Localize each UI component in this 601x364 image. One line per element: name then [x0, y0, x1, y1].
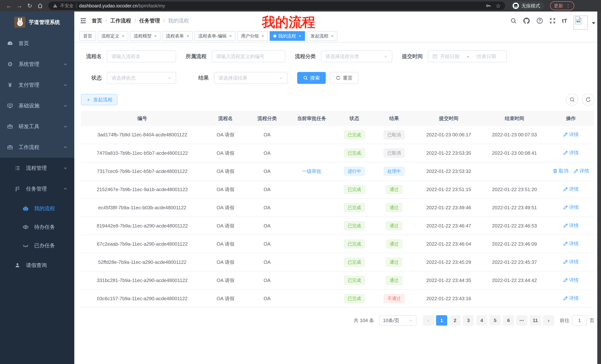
detail-action[interactable]: 详情: [563, 186, 579, 192]
tab-my-process[interactable]: 我的流程×: [270, 31, 305, 41]
toggle-search-button[interactable]: [566, 94, 578, 106]
process-definition-input[interactable]: 请输入流程定义的编号: [212, 50, 285, 62]
sidebar-item-leave-query[interactable]: 请假查询: [0, 255, 74, 276]
process-name-input[interactable]: 请输入流程名: [107, 50, 176, 62]
page-button-6[interactable]: 6: [503, 315, 514, 326]
close-tab-icon[interactable]: ×: [122, 33, 124, 38]
detail-action[interactable]: 详情: [563, 150, 579, 156]
close-tab-icon[interactable]: ×: [154, 33, 157, 38]
tab-process-model[interactable]: 流程模型×: [130, 31, 160, 41]
forward-icon[interactable]: →: [15, 1, 24, 10]
sidebar-item-infrastructure[interactable]: 基础设施: [0, 95, 74, 116]
sidebar-item-payment[interactable]: ¥ 支付管理: [0, 75, 74, 95]
close-tab-icon[interactable]: ×: [229, 33, 232, 38]
sidebar-item-task-management[interactable]: 任务管理: [0, 179, 74, 199]
sidebar-item-todo-tasks[interactable]: 待办任务: [0, 218, 74, 236]
goto-page-input[interactable]: 1: [572, 315, 587, 326]
search-button[interactable]: 搜索: [297, 72, 326, 84]
detail-action[interactable]: 详情: [563, 277, 579, 283]
update-label[interactable]: 更新: [554, 3, 563, 9]
table-row[interactable]: 7470a810-7b9b-11ec-b5b7-acde48001122 OA …: [81, 144, 594, 162]
process-category-select[interactable]: 请选择流程分类: [321, 50, 392, 62]
breadcrumb-home[interactable]: 首页: [92, 17, 102, 24]
app-logo[interactable]: 芋道管理系统: [0, 11, 74, 33]
page-button-4[interactable]: 4: [476, 315, 487, 326]
table-row[interactable]: ec45f38f-7b9a-11ec-b03b-acde48001122 OA …: [81, 199, 594, 217]
url-text[interactable]: dashboard.yudao.iocoder.cn/bpm/task/my: [79, 3, 165, 9]
tab-process-definition[interactable]: 流程定义×: [98, 31, 128, 41]
bookmark-star-icon[interactable]: ☆: [496, 3, 501, 9]
table-row[interactable]: 7317cec6-7b9b-11ec-b5b7-acde48001122 OA …: [81, 162, 594, 180]
security-label[interactable]: 不安全: [60, 3, 74, 9]
close-tab-icon[interactable]: ×: [261, 33, 264, 38]
table-row[interactable]: 52ffd28e-7b9a-11ec-a290-acde48001122 OA …: [81, 253, 594, 271]
browser-menu-icon[interactable]: ⋮: [566, 3, 571, 9]
current-task-link[interactable]: 一级审批: [302, 168, 321, 174]
home-icon[interactable]: [36, 1, 45, 10]
table-row[interactable]: 3ad174fb-7b9d-11ec-8404-acde48001122 OA …: [81, 126, 594, 144]
page-button-5[interactable]: 5: [490, 315, 501, 326]
page-ellipsis[interactable]: •••: [516, 315, 527, 326]
avatar-dropdown-icon[interactable]: [592, 22, 595, 26]
address-bar[interactable]: 不安全 dashboard.yudao.iocoder.cn/bpm/task/…: [48, 1, 505, 10]
browser-update-button[interactable]: 更新 ⋮: [550, 1, 574, 10]
result-select[interactable]: 请选择流结果: [214, 72, 288, 84]
page-button-3[interactable]: 3: [463, 315, 474, 326]
page-button-11[interactable]: 11: [530, 315, 541, 326]
refresh-table-button[interactable]: [582, 94, 594, 106]
next-page-button[interactable]: ›: [543, 315, 554, 326]
page-button-2[interactable]: 2: [450, 315, 461, 326]
security-warning-icon[interactable]: [53, 3, 58, 8]
sidebar-item-system[interactable]: ⚙ 系统管理: [0, 54, 74, 75]
start-process-button[interactable]: ＋ 发起流程: [81, 94, 117, 105]
sidebar-item-home[interactable]: 首页: [0, 33, 74, 54]
breadcrumb-workflow[interactable]: 工作流程: [110, 17, 131, 24]
sidebar-item-my-process[interactable]: 我的流程: [0, 199, 74, 218]
detail-action[interactable]: 详情: [563, 131, 579, 138]
sidebar-item-process-management[interactable]: 流程管理: [0, 158, 74, 179]
fullscreen-icon[interactable]: [549, 18, 556, 24]
prev-page-button[interactable]: ‹: [423, 315, 434, 326]
reset-button[interactable]: 重置: [330, 72, 359, 84]
table-row[interactable]: 2152467e-7b9b-11ec-9a1b-acde48001122 OA …: [81, 180, 594, 199]
close-tab-icon[interactable]: ×: [331, 33, 334, 38]
detail-action[interactable]: 详情: [563, 259, 579, 265]
table-row[interactable]: 67c2eaab-7b9a-11ec-a290-acde48001122 OA …: [81, 235, 594, 253]
sidebar-item-dev-tools[interactable]: 研发工具: [0, 116, 74, 137]
close-tab-icon[interactable]: ×: [186, 33, 189, 38]
tab-home[interactable]: 首页: [80, 31, 96, 41]
search-icon[interactable]: [510, 18, 517, 24]
cancel-action[interactable]: 取消: [553, 168, 568, 174]
tab-process-form[interactable]: 流程表单×: [162, 31, 193, 41]
detail-action[interactable]: 详情: [573, 168, 589, 174]
table-row[interactable]: 819442e8-7b9a-11ec-a290-acde48001122 OA …: [81, 217, 594, 235]
table-row[interactable]: 03c6c157-7b9a-11ec-a290-acde48001122 OA …: [81, 289, 594, 308]
breadcrumb-task-management[interactable]: 任务管理: [139, 17, 160, 24]
detail-action[interactable]: 详情: [563, 240, 579, 247]
detail-action[interactable]: 详情: [563, 295, 579, 301]
detail-action[interactable]: 详情: [563, 204, 579, 211]
detail-action[interactable]: 详情: [563, 222, 579, 229]
submit-time-range-picker[interactable]: 开始日期 - 结束日期: [428, 50, 507, 62]
avatar[interactable]: [573, 16, 588, 30]
tab-user-group[interactable]: 用户分组×: [237, 31, 268, 41]
help-icon[interactable]: [536, 18, 543, 24]
close-tab-icon[interactable]: ×: [299, 33, 301, 38]
tab-start-process[interactable]: 发起流程×: [307, 31, 337, 41]
sidebar-item-workflow[interactable]: 工作流程: [0, 137, 74, 158]
table-row[interactable]: 331bc281-7b9a-11ec-a290-acde48001122 OA …: [81, 271, 594, 289]
page-size-select[interactable]: 10条/页: [379, 315, 416, 326]
status-select[interactable]: 请选择状态: [107, 72, 176, 84]
page-button-1[interactable]: 1: [436, 315, 447, 326]
sidebar-item-done-tasks[interactable]: 已办任务: [0, 236, 74, 255]
browser-scrollbar[interactable]: [597, 11, 601, 364]
font-size-icon[interactable]: tT: [562, 18, 567, 24]
process-id: 52ffd28e-7b9a-11ec-a290-acde48001122: [81, 253, 204, 271]
key-icon[interactable]: [486, 3, 491, 9]
tab-process-form-edit[interactable]: 流程表单-编辑×: [195, 31, 235, 41]
back-icon[interactable]: ←: [4, 1, 13, 10]
sidebar-fold-icon[interactable]: [80, 18, 87, 24]
github-icon[interactable]: [523, 17, 530, 24]
end-time: [481, 289, 548, 308]
reload-icon[interactable]: ↻: [25, 1, 34, 10]
